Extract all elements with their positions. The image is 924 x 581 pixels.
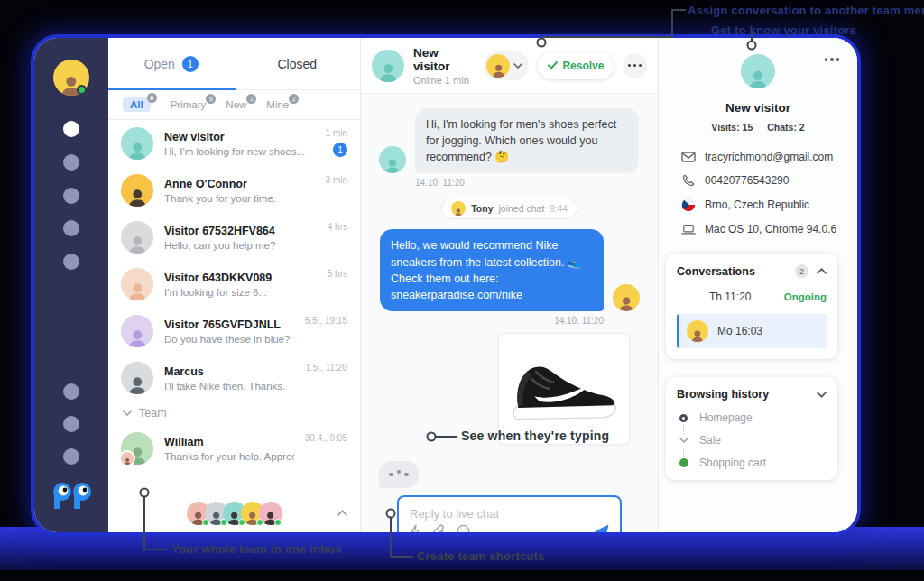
- filter-mine-label: Mine: [266, 99, 289, 110]
- chat-more-menu-button[interactable]: [623, 53, 647, 78]
- visitor-avatar: [379, 146, 406, 173]
- chevron-up-icon: [337, 510, 347, 516]
- joined-chat-label: joined chat: [499, 203, 545, 214]
- sidebar-item-6[interactable]: [63, 383, 79, 400]
- phone-icon: [680, 174, 696, 187]
- tab-closed[interactable]: Closed: [235, 38, 361, 89]
- filter-primary[interactable]: Primary 6: [171, 99, 207, 110]
- attach-file-button[interactable]: [432, 524, 445, 532]
- resolve-button[interactable]: Resolve: [538, 52, 614, 79]
- tab-open-label: Open: [144, 57, 175, 71]
- chevron-down-icon[interactable]: [817, 392, 827, 398]
- browsing-history-list: Homepage Sale Shopping cart: [677, 411, 827, 469]
- tab-open-badge: 1: [182, 56, 199, 72]
- envelope-icon: [680, 152, 696, 162]
- conversation-preview: Hello, can you help me?: [164, 240, 317, 251]
- assign-agent-dropdown[interactable]: [484, 51, 529, 80]
- conversation-row-new-visitor[interactable]: New visitor Hi, I'm looking for new shoe…: [108, 120, 360, 167]
- conversation-time: 4 hrs: [328, 222, 347, 232]
- agent-message-text: Hello, we would recommend Nike sneakers …: [391, 239, 582, 284]
- inbox-filters: All 6 Primary 6 New 2 Mine 2: [108, 90, 360, 120]
- conversation-row-visitor-765[interactable]: Visitor 765GVFDJNLL Do you have these in…: [108, 308, 360, 355]
- conversation-history-row-selected[interactable]: Mo 16:03: [677, 314, 827, 348]
- team-section-label: Team: [139, 407, 167, 420]
- message-link[interactable]: sneakerparadise.com/nike: [391, 289, 522, 301]
- assigned-agent-avatar: [486, 54, 510, 78]
- emoji-button[interactable]: [457, 524, 470, 532]
- agent-message-row: Hello, we would recommend Nike sneakers …: [379, 229, 640, 311]
- sidebar-item-inbox[interactable]: [63, 121, 79, 137]
- laptop-icon: [680, 224, 696, 235]
- shortcuts-button[interactable]: [410, 524, 420, 532]
- chats-count: Chats: 2: [767, 122, 804, 133]
- agent-avatar: [687, 320, 708, 342]
- chevron-down-icon: [123, 410, 132, 416]
- online-status-dot: [77, 85, 87, 95]
- assigned-agent-avatar: [119, 450, 135, 466]
- lightning-icon: [410, 524, 420, 532]
- visits-count: Visits: 15: [711, 122, 753, 133]
- visitor-detail-panel: New visitor Visits: 15 Chats: 2 tracyric…: [659, 38, 857, 532]
- visitor-email: tracyrichmond@gmail.com: [705, 151, 833, 163]
- agent-avatar: [451, 201, 466, 216]
- current-page-dot-icon: [677, 458, 690, 467]
- conversation-row-anne[interactable]: Anne O'Connor Thank you for your time. 3…: [108, 167, 360, 214]
- sidebar-item-3[interactable]: [63, 188, 79, 204]
- paperclip-icon: [432, 524, 445, 532]
- browsing-history-header[interactable]: Browsing history: [677, 388, 827, 401]
- conversation-row-visitor-643[interactable]: Visitor 643DKKV089 I'm looking for size …: [108, 261, 360, 308]
- filter-all[interactable]: All 6: [123, 97, 151, 112]
- filter-new[interactable]: New 2: [226, 99, 246, 110]
- visitor-phone-row: 00420776543290: [680, 174, 857, 187]
- sidebar-item-2[interactable]: [63, 154, 79, 171]
- agent-name: Tony: [471, 203, 493, 214]
- joined-chat-time: 9:44: [550, 204, 567, 214]
- chat-panel: New visitor Online 1 min Resolve: [361, 38, 659, 532]
- conversations-card: Conversations 2 Th 11:20 Ongoing Mo 16:0…: [666, 254, 837, 359]
- visitor-avatar: [121, 315, 153, 347]
- sidebar-item-4[interactable]: [63, 220, 79, 236]
- smartsupp-logo[interactable]: [51, 482, 91, 511]
- check-icon: [548, 61, 558, 69]
- conversation-date: Th 11:20: [709, 290, 751, 303]
- visitor-more-menu-button[interactable]: [825, 58, 840, 61]
- agent-avatar: [613, 284, 640, 311]
- conversation-preview: Do you have these in blue?: [164, 334, 294, 345]
- typing-indicator: [379, 461, 419, 488]
- chevron-up-icon[interactable]: [817, 268, 827, 274]
- sidebar-item-7[interactable]: [63, 416, 79, 432]
- conversation-row-william[interactable]: William Thanks for your help. Appreciate…: [108, 425, 360, 472]
- sidebar-item-5[interactable]: [63, 254, 79, 270]
- conversation-row-visitor-675[interactable]: Visitor 67532HFV864 Hello, can you help …: [108, 214, 360, 261]
- message-timestamp: 14.10. 11:20: [379, 316, 604, 326]
- conversation-row-marcus[interactable]: Marcus I'll take Nike then. Thanks. 1.5.…: [108, 355, 360, 401]
- visitor-avatar: [121, 268, 153, 300]
- conversation-history-row[interactable]: Th 11:20 Ongoing: [677, 290, 827, 303]
- filter-mine[interactable]: Mine 2: [266, 99, 289, 110]
- team-member-avatar-5[interactable]: [259, 502, 282, 525]
- send-icon: [594, 524, 609, 532]
- conversations-card-header[interactable]: Conversations 2: [677, 264, 827, 278]
- browsing-page-label: Shopping cart: [699, 456, 766, 469]
- team-section-header[interactable]: Team: [108, 401, 360, 425]
- visitor-contact-info: tracyrichmond@gmail.com 00420776543290 B…: [680, 151, 857, 235]
- collapse-team-bar-button[interactable]: [337, 510, 347, 516]
- conversation-time: 5.5., 19:15: [305, 316, 347, 326]
- sidebar-item-8[interactable]: [63, 448, 79, 465]
- conversation-time: 1.5., 11:20: [305, 363, 347, 373]
- conversation-time: 3 min: [326, 175, 347, 185]
- tab-open[interactable]: Open 1: [108, 38, 235, 89]
- conversation-preview: I'll take Nike then. Thanks.: [164, 381, 294, 392]
- visitor-device: Mac OS 10, Chrome 94.0.6: [705, 223, 836, 235]
- czech-flag-icon: [680, 198, 696, 212]
- visitor-stats: Visits: 15 Chats: 2: [659, 122, 857, 133]
- send-button[interactable]: [594, 524, 609, 532]
- filter-new-count: 2: [246, 94, 256, 104]
- reply-input[interactable]: [399, 497, 620, 524]
- visitor-avatar: [121, 362, 153, 394]
- conversation-list: New visitor Hi, I'm looking for new shoe…: [108, 120, 360, 493]
- page-ring-icon: [677, 414, 690, 422]
- filter-all-count: 6: [147, 93, 157, 103]
- active-tab-underline: [108, 88, 236, 90]
- shoe-image-attachment[interactable]: [498, 333, 630, 445]
